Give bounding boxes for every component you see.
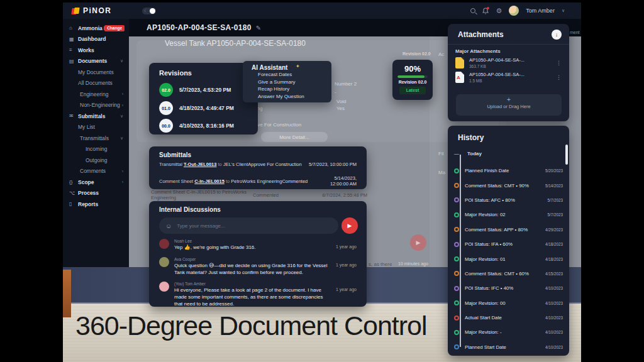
pdf-file-icon: A bbox=[455, 72, 464, 83]
brand-logo-icon bbox=[72, 8, 80, 14]
discussions-title: Internal Discussions bbox=[159, 206, 221, 213]
sidebar-item-dashboard[interactable]: ▦ Dashboard bbox=[63, 34, 129, 45]
revision-row[interactable]: 01.0 4/18/2023, 4:49:47 PM bbox=[159, 101, 234, 115]
event-dot bbox=[454, 212, 459, 217]
user-avatar[interactable] bbox=[509, 6, 519, 16]
doc-file-icon bbox=[455, 57, 464, 69]
moon-icon: ☾ bbox=[144, 8, 147, 13]
file-menu-kebab-icon[interactable]: ⋮ bbox=[555, 60, 563, 66]
ai-assistant-title: AI Assistant bbox=[252, 64, 287, 71]
revision-row[interactable]: 02.0 5/7/2023, 4:53:20 PM bbox=[159, 83, 231, 97]
sidebar-item-documents[interactable]: ▤ Documents ∨ bbox=[63, 56, 129, 67]
submittal-row[interactable]: Comment Sheet C-In-JEL0015 to PetroWorks… bbox=[159, 175, 357, 187]
send-button[interactable]: ▶ bbox=[341, 217, 358, 234]
major-attachments-label: Major Attachments bbox=[455, 48, 569, 54]
event-dot bbox=[454, 344, 459, 349]
user-name[interactable]: Tom Amber bbox=[526, 8, 555, 14]
background-text-fragment: ment bbox=[570, 30, 580, 35]
background-text-fragment: Ac bbox=[438, 52, 444, 57]
file-menu-kebab-icon[interactable]: ⋮ bbox=[555, 74, 563, 80]
settings-gear-icon[interactable]: ⚙ bbox=[496, 8, 502, 14]
history-event: Comment Status: CMT • 60% 4/15/2023 bbox=[454, 266, 564, 281]
revision-badge: 00.0 bbox=[159, 119, 173, 133]
submittal-date: 5/7/2023, 10:00:00 PM bbox=[306, 162, 357, 167]
submittal-date: 5/14/2023, 12:00:00 AM bbox=[321, 175, 357, 187]
app-stage: 360-Degree Document Control PiNOR ☾ ⚙ To… bbox=[63, 0, 581, 362]
send-icon: ▶ bbox=[348, 222, 352, 229]
topbar: PiNOR ☾ ⚙ Tom Amber ∨ bbox=[63, 3, 581, 19]
ghost-submittal-row: Comment Sheet C-In-JEL0015 to PetroWorks… bbox=[151, 190, 367, 199]
background-text-fragment: 10 minutes ago bbox=[398, 261, 428, 266]
revision-row[interactable]: 00.0 4/10/2023, 8:16:16 PM bbox=[159, 119, 234, 133]
chat-message: (You) Tom Amber Hi everyone, Please take… bbox=[159, 282, 357, 307]
message-input[interactable] bbox=[177, 223, 338, 229]
sidebar-item-engineering[interactable]: Engineering › bbox=[63, 89, 129, 100]
upload-dropzone[interactable]: + Upload or Drag Here bbox=[456, 94, 562, 116]
background-text-fragment: Ma bbox=[438, 170, 445, 175]
download-all-button[interactable]: ↓ bbox=[552, 30, 562, 40]
ai-action-summary[interactable]: Give a Summary bbox=[258, 79, 296, 85]
brand-logo[interactable]: PiNOR bbox=[72, 6, 112, 15]
progress-percent: 90% bbox=[392, 64, 433, 74]
toggle-knob bbox=[150, 8, 155, 14]
revision-badge: 02.0 bbox=[159, 83, 173, 97]
comment-sheet-link[interactable]: C-In-JEL0015 bbox=[194, 178, 225, 184]
brand-name: PiNOR bbox=[83, 6, 112, 15]
scrollbar-thumb[interactable] bbox=[565, 145, 568, 165]
sidebar-item-my-documents[interactable]: My Documents bbox=[63, 67, 129, 78]
sidebar-item-comments[interactable]: Comments › bbox=[63, 166, 129, 177]
sidebar-item-project[interactable]: ⌂ Ammonia Pr. Change bbox=[63, 23, 129, 34]
message-time: 1 year ago bbox=[336, 287, 357, 292]
change-project-badge[interactable]: Change bbox=[104, 25, 125, 31]
attachment-file-row[interactable]: AP1050-AP-004-SE-SA-... 363.7 KB ⋮ bbox=[455, 57, 563, 69]
emoji-icon[interactable]: ☺ bbox=[165, 222, 172, 229]
document-title: AP1050-AP-004-SE-SA-0180 bbox=[147, 23, 252, 32]
latest-badge: Latest bbox=[399, 87, 426, 94]
theme-toggle[interactable]: ☾ bbox=[142, 8, 156, 14]
message-text: Yep 👍, we're going with Grade 316. bbox=[174, 244, 329, 251]
notifications-bell-icon[interactable] bbox=[482, 8, 489, 14]
chevron-down-icon: ∨ bbox=[120, 136, 123, 141]
sidebar-item-incoming[interactable]: Incoming bbox=[63, 144, 129, 155]
progress-bar bbox=[397, 75, 428, 78]
message-author: (You) Tom Amber bbox=[174, 282, 329, 286]
chevron-down-icon: ∨ bbox=[120, 58, 123, 63]
history-event: Major Revision: 00 4/10/2023 bbox=[454, 296, 564, 310]
plus-icon: + bbox=[456, 96, 562, 103]
sidebar-item-works[interactable]: ≡ Works bbox=[63, 45, 129, 56]
submittals-title: Submittals bbox=[159, 151, 191, 158]
edit-title-pencil-icon[interactable]: ✎ bbox=[256, 25, 261, 31]
user-menu-chevron-icon[interactable]: ∨ bbox=[562, 8, 565, 13]
sidebar-item-all-documents[interactable]: All Documents bbox=[63, 78, 129, 89]
revisions-panel: Revisions 02.0 5/7/2023, 4:53:20 PM 01.0… bbox=[149, 63, 258, 134]
message-time: 1 year ago bbox=[336, 244, 357, 249]
attachment-file-row[interactable]: A AP1050-AP-004-SE-SA-... 1.5 MB ⋮ bbox=[455, 72, 563, 83]
sidebar-item-submittals[interactable]: ✉ Submittals ∨ bbox=[63, 111, 129, 122]
transmittal-link[interactable]: T-Out-JEL0013 bbox=[184, 162, 217, 167]
event-dot bbox=[454, 300, 459, 305]
sidebar-item-scope[interactable]: {} Scope › bbox=[63, 177, 129, 188]
progress-revision: Revision 02.0 bbox=[392, 80, 433, 84]
sidebar-item-transmittals[interactable]: Transmittals ∨ bbox=[63, 133, 129, 144]
more-detail-button-ghost: More Detail... bbox=[261, 132, 328, 142]
internal-discussions-panel: Internal Discussions ☺ ▶ Noah Lee Yep 👍,… bbox=[149, 201, 367, 307]
sidebar-item-process[interactable]: ⌥ Process bbox=[63, 188, 129, 199]
event-dot bbox=[454, 256, 459, 261]
submittal-row[interactable]: Transmittal T-Out-JEL0013 to JEL's Clien… bbox=[159, 162, 357, 167]
sidebar-item-my-list[interactable]: My List bbox=[63, 122, 129, 133]
message-time: 1 year ago bbox=[336, 263, 357, 267]
revision-ghost: Revision 02.0 bbox=[402, 52, 431, 56]
file-size: 1.5 MB bbox=[469, 79, 555, 83]
chevron-down-icon: ∨ bbox=[120, 114, 123, 119]
sidebar-item-non-engineering[interactable]: Non-Engineering › bbox=[63, 100, 129, 111]
message-author: Noah Lee bbox=[174, 239, 329, 243]
history-event: Major Revision: 01 4/18/2023 bbox=[454, 251, 564, 266]
sidebar-item-reports[interactable]: ▯ Reports bbox=[63, 199, 129, 210]
ai-action-forecast[interactable]: Forecast Dates bbox=[258, 72, 292, 77]
search-icon[interactable] bbox=[470, 8, 475, 13]
sidebar-item-outgoing[interactable]: Outgoing bbox=[63, 155, 129, 166]
desk-side-panel bbox=[63, 270, 71, 317]
ai-action-question[interactable]: Answer My Question bbox=[258, 94, 304, 99]
attachments-title: Attachments bbox=[458, 30, 504, 39]
ai-action-recap[interactable]: Recap History bbox=[258, 86, 289, 92]
